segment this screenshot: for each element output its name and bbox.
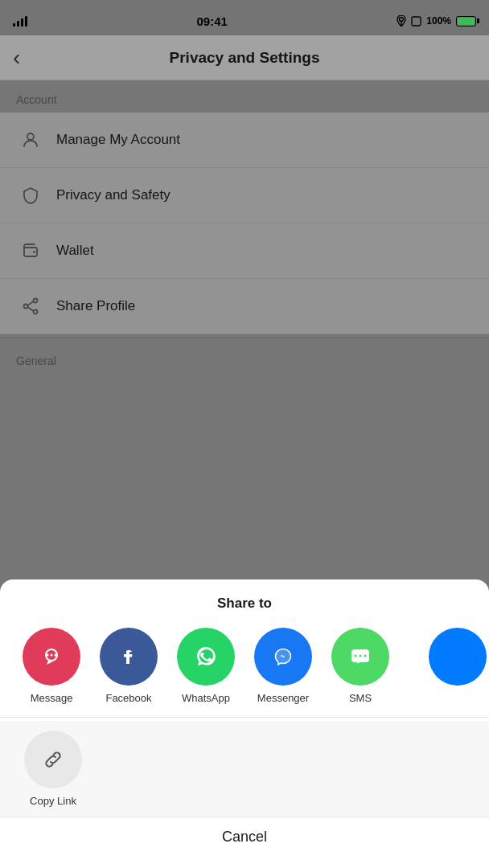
share-app-whatsapp[interactable]: WhatsApp [167, 624, 244, 707]
partial-app-icon [429, 628, 487, 686]
messenger-app-icon [254, 628, 312, 686]
cancel-label: Cancel [222, 829, 267, 845]
share-apps-flex: Message Facebook [13, 624, 476, 707]
facebook-app-label: Facebook [105, 692, 151, 704]
message-app-label: Message [31, 692, 73, 704]
message-app-icon [23, 628, 80, 686]
share-sheet-title: Share to [0, 579, 489, 624]
whatsapp-app-icon [177, 628, 235, 686]
share-app-facebook[interactable]: Facebook [90, 624, 167, 707]
copy-link-label: Copy Link [30, 795, 76, 807]
share-app-message[interactable]: Message [13, 624, 90, 707]
copy-link-item[interactable]: Copy Link [13, 731, 93, 807]
copy-link-row: Copy Link [0, 721, 489, 817]
share-bottom-sheet: Share to Message [0, 579, 489, 868]
svg-point-11 [51, 654, 53, 657]
cancel-button[interactable]: Cancel [0, 817, 489, 868]
share-app-partial[interactable] [399, 624, 476, 695]
share-app-messenger[interactable]: Messenger [244, 624, 322, 707]
facebook-app-icon [100, 628, 158, 686]
sms-app-icon [331, 628, 389, 686]
share-app-sms[interactable]: SMS [322, 624, 399, 707]
svg-point-16 [355, 655, 357, 657]
svg-point-10 [47, 654, 49, 657]
svg-point-18 [364, 655, 367, 657]
messenger-app-label: Messenger [257, 692, 309, 704]
share-apps-row: Message Facebook [0, 624, 489, 714]
sms-app-label: SMS [349, 692, 372, 704]
share-divider-1 [0, 717, 489, 718]
svg-point-12 [55, 654, 57, 657]
svg-point-17 [360, 655, 362, 657]
copy-link-icon [24, 731, 82, 788]
whatsapp-app-label: WhatsApp [182, 692, 230, 704]
